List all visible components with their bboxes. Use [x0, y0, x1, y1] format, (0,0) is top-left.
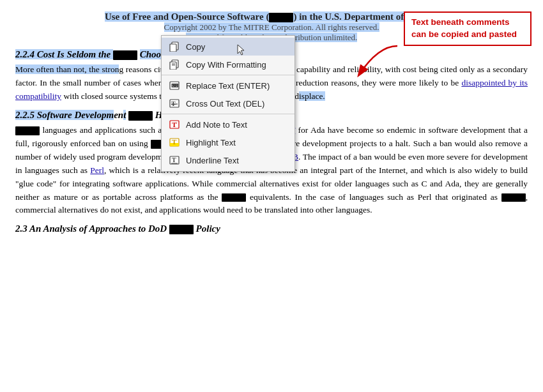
heading-225-selected: 2.2.5 Software Developm: [15, 110, 114, 120]
redacted-9: [222, 193, 246, 202]
menu-item-copy[interactable]: Copy: [162, 38, 294, 56]
menu-item-replace[interactable]: ⌨ Replace Text (ENTER): [162, 77, 294, 94]
svg-rect-3: [170, 62, 176, 70]
perl-link[interactable]: Perl: [90, 165, 104, 175]
para-224-selected: More often than not, the stron: [15, 64, 119, 74]
underline-icon: T: [168, 155, 181, 166]
menu-item-copy-format[interactable]: Copy With Formatting: [162, 56, 294, 73]
compatibility-link[interactable]: compatibility: [15, 91, 61, 101]
addnote-icon: T +: [168, 119, 181, 130]
menu-underline-label: Underline Text: [186, 156, 239, 165]
section-23-heading: 2.3 An Analysis of Approaches to DoD Pol…: [15, 223, 528, 234]
copy-format-icon: [168, 59, 181, 70]
svg-text:T: T: [172, 156, 176, 163]
page-content: Use of Free and Open-Source Software ( )…: [0, 0, 543, 249]
menu-replace-label: Replace Text (ENTER): [186, 81, 270, 91]
disappointed-link[interactable]: disappointed by its: [461, 78, 528, 87]
menu-divider-2: [162, 114, 294, 114]
menu-item-underline[interactable]: T Underline Text: [162, 151, 294, 169]
para-224-end-selected: isplace.: [299, 91, 325, 101]
replace-icon: ⌨: [168, 80, 181, 91]
menu-item-crossout[interactable]: T Cross Out Text (DEL): [162, 94, 294, 112]
redacted-6: [128, 111, 153, 121]
heading-225-selected-2: t: [123, 110, 126, 120]
redacted-1: [269, 13, 293, 22]
menu-item-addnote[interactable]: T + Add Note to Text: [162, 116, 294, 133]
redacted-11: [169, 225, 194, 234]
svg-rect-1: [170, 44, 176, 52]
redacted-10: [501, 193, 526, 202]
redacted-2: [113, 50, 137, 60]
context-menu: Copy Copy With Formatting ⌨: [161, 35, 295, 172]
menu-divider-1: [162, 75, 294, 75]
crossout-icon: T: [168, 98, 181, 109]
svg-text:+: +: [175, 121, 178, 126]
highlight-icon: T: [168, 137, 181, 148]
callout-box: Text beneath comments can be copied and …: [404, 11, 532, 46]
menu-copy-label: Copy: [186, 42, 205, 52]
svg-text:⌨: ⌨: [171, 83, 179, 89]
svg-text:T: T: [172, 138, 177, 146]
callout-arrow: [346, 40, 404, 84]
menu-item-highlight[interactable]: T Highlight Text: [162, 133, 294, 151]
menu-addnote-label: Add Note to Text: [186, 120, 247, 130]
heading-224-selected: 2.2.4 Cost Is Seldom the: [15, 49, 113, 59]
callout-text: Text beneath comments can be copied and …: [411, 17, 517, 39]
copyright-selected: Copyright 2002 by The MITRE Corporation.…: [164, 22, 379, 32]
title-selected: Use of Free and Open-Source Software (: [105, 11, 269, 22]
menu-crossout-label: Cross Out Text (DEL): [186, 99, 264, 109]
copy-icon: [168, 41, 181, 52]
menu-copy-format-label: Copy With Formatting: [186, 60, 266, 70]
menu-highlight-label: Highlight Text: [186, 138, 236, 147]
redacted-7: [15, 126, 40, 135]
